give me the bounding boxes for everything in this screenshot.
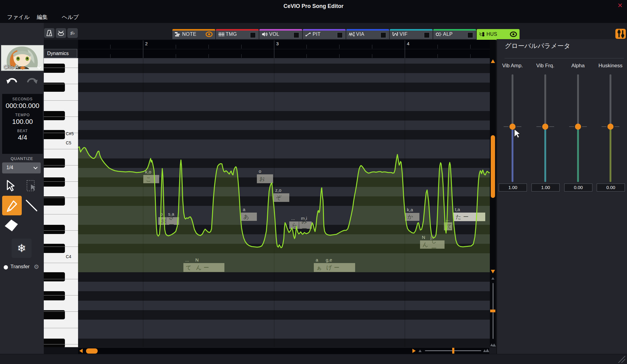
param-button-vol[interactable]: VOL: [259, 29, 302, 39]
scroll-left-arrow[interactable]: [79, 349, 83, 353]
note-lyric-box[interactable]: ぞ: [273, 193, 289, 202]
note-lyric-box[interactable]: げー: [324, 263, 355, 272]
horizontal-scroll-thumb[interactable]: [86, 348, 98, 354]
note-lyric-box[interactable]: て: [444, 222, 452, 230]
menu-edit[interactable]: 編集: [37, 13, 48, 21]
ruler-divider: [78, 49, 490, 49]
menu-file[interactable]: ファイル: [7, 13, 30, 21]
visibility-checkbox[interactable]: [250, 32, 256, 38]
param-color-stripe: [172, 29, 215, 31]
slider-thumb[interactable]: [575, 124, 581, 130]
horizontal-scrollbar[interactable]: [78, 348, 489, 354]
undo-button[interactable]: [6, 75, 18, 88]
vertical-scroll-thumb[interactable]: [491, 135, 495, 198]
slider-fill: [512, 127, 513, 182]
piano-roll-canvas[interactable]: k,oこoおs,aさー...てNんーaあoおz,oぞ...らm,iみーaぁg,e…: [78, 58, 490, 347]
param-button-via[interactable]: VIA: [346, 29, 389, 39]
timeline-ruler[interactable]: 234: [78, 40, 490, 58]
param-button-pit[interactable]: PIT: [303, 29, 346, 39]
rect-select-tool-button[interactable]: [24, 179, 39, 193]
visibility-checkbox[interactable]: [380, 32, 386, 38]
param-button-hus[interactable]: HUS: [477, 29, 520, 40]
pencil-tool-button[interactable]: [2, 196, 22, 215]
key-signature-icon[interactable]: ♯♭: [67, 28, 78, 38]
piano-key-black-Ds5[interactable]: [44, 111, 65, 120]
mixer-icon[interactable]: [615, 29, 626, 39]
tempo-label: TEMPO: [2, 113, 43, 117]
vzoom-up-arrow[interactable]: [491, 277, 494, 280]
slider-value[interactable]: 0.00: [564, 184, 592, 191]
vibrato-amp-icon: [349, 32, 355, 38]
gear-icon[interactable]: ⚙: [34, 263, 39, 270]
metronome-icon[interactable]: [44, 28, 54, 38]
piano-key-black-As4[interactable]: [44, 158, 65, 168]
note-lyric-box[interactable]: じー: [429, 240, 445, 249]
piano-key-black-As3[interactable]: [44, 272, 65, 281]
piano-keyboard[interactable]: C#5C5C4: [44, 58, 78, 347]
scroll-down-arrow[interactable]: [491, 270, 495, 273]
slider-thumb[interactable]: [607, 124, 614, 130]
note-lyric-box[interactable]: こ: [143, 175, 159, 183]
note-lyric-box[interactable]: さー: [166, 217, 179, 225]
note-lyric-box[interactable]: あ: [241, 213, 257, 221]
redo-button[interactable]: [26, 75, 39, 88]
dynamics-header[interactable]: Dynamics: [44, 49, 77, 58]
eye-icon[interactable]: [510, 32, 517, 38]
timing-icon: [218, 32, 224, 38]
piano-key-black-Cs5[interactable]: [44, 130, 65, 139]
piano-key-black-Cs4[interactable]: [44, 244, 65, 253]
note-lyric-box[interactable]: んー: [193, 263, 224, 272]
note-lyric-box[interactable]: みー: [299, 221, 312, 229]
menu-help[interactable]: ヘルプ: [62, 13, 79, 21]
vertical-scrollbar[interactable]: [490, 40, 496, 347]
close-button[interactable]: ✕: [617, 2, 623, 9]
beat-tick: [470, 45, 471, 49]
eye-icon[interactable]: [205, 32, 213, 38]
param-button-vif[interactable]: VIF: [390, 29, 433, 39]
piano-key-black-Ds4[interactable]: [44, 225, 65, 234]
note-lyric-box[interactable]: お: [158, 217, 166, 225]
slider-value[interactable]: 1.00: [499, 184, 527, 191]
param-button-note[interactable]: NOTE: [172, 29, 215, 39]
scroll-right-arrow[interactable]: [412, 349, 416, 353]
white-key-separator: [44, 279, 78, 279]
visibility-checkbox[interactable]: [337, 32, 343, 38]
white-key-separator: [44, 263, 78, 263]
select-tool-button[interactable]: [3, 179, 18, 193]
voice-selector[interactable]: Chis-A: [1, 45, 44, 71]
note-lyric-box[interactable]: て: [183, 263, 193, 272]
beat-tick: [241, 45, 242, 49]
note-lyric-box[interactable]: ぁ: [314, 263, 324, 272]
note-lyric-box[interactable]: たー: [453, 213, 485, 221]
piano-key-black-Gs5[interactable]: [44, 64, 65, 73]
piano-key-black-Gs3[interactable]: [44, 291, 65, 300]
transfer-control[interactable]: Transfer ⚙: [0, 264, 44, 272]
visibility-checkbox[interactable]: [293, 32, 299, 38]
param-button-alp[interactable]: ALP: [433, 29, 476, 39]
eraser-tool-button[interactable]: [4, 218, 19, 233]
quantize-dropdown[interactable]: 1/4: [2, 162, 41, 173]
horizontal-zoom-thumb[interactable]: [452, 348, 454, 354]
piano-key-black-Gs4[interactable]: [44, 177, 65, 187]
param-button-tmg[interactable]: TMG: [216, 29, 259, 39]
line-tool-button[interactable]: [24, 198, 39, 213]
resize-grip[interactable]: [617, 355, 626, 363]
visibility-checkbox[interactable]: [424, 32, 430, 38]
note-lyric-box[interactable]: ら: [289, 221, 299, 229]
vzoom-out-icon[interactable]: [492, 344, 496, 347]
note-lyric-box[interactable]: ん: [420, 240, 429, 249]
hzoom-small-icon[interactable]: [419, 350, 422, 352]
slider-tick: [582, 126, 587, 127]
quantize-label: QUANTIZE: [0, 156, 44, 161]
note-lyric-box[interactable]: か: [405, 213, 419, 221]
freeze-button[interactable]: ❄: [12, 239, 32, 258]
slider-value[interactable]: 0.00: [597, 184, 625, 191]
hzoom-out-icon[interactable]: [486, 349, 489, 352]
slider-value[interactable]: 1.00: [531, 184, 560, 191]
note-lyric-box[interactable]: お: [257, 174, 273, 183]
slider-thumb[interactable]: [542, 124, 548, 130]
drum-icon[interactable]: [56, 28, 66, 38]
visibility-checkbox[interactable]: [467, 32, 473, 38]
piano-key-black-Ds3[interactable]: [44, 339, 65, 347]
vertical-zoom-thumb[interactable]: [490, 310, 495, 312]
